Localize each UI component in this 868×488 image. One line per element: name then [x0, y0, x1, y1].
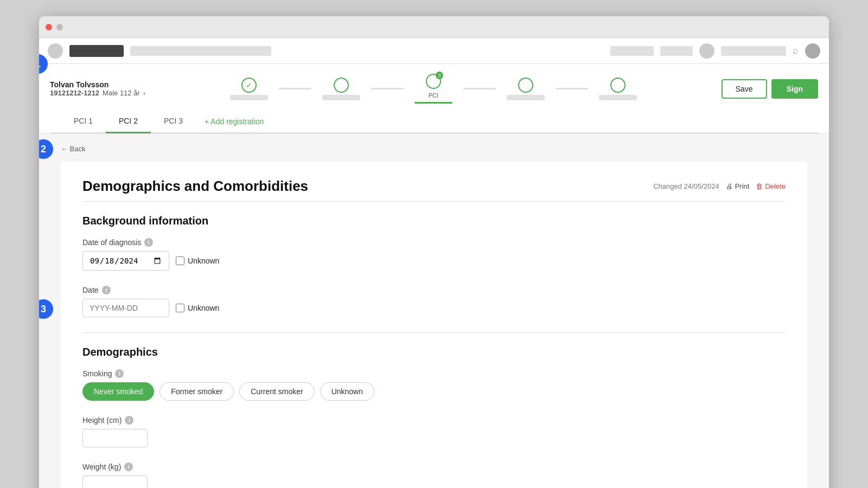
search-icon[interactable]: ⌕	[793, 45, 799, 56]
step-3-badge: 3	[436, 72, 443, 79]
step-3-label: PCI	[429, 92, 438, 99]
height-group: Height (cm) i	[82, 416, 786, 447]
weight-input[interactable]	[82, 476, 148, 488]
step-line-3	[463, 88, 496, 89]
delete-button[interactable]: 🗑 Delete	[756, 182, 786, 190]
title-actions: Changed 24/05/2024 🖨 Print 🗑 Delete	[653, 182, 786, 190]
step-5	[588, 78, 648, 100]
weight-info-icon[interactable]: i	[124, 463, 133, 471]
close-dot[interactable]	[46, 24, 52, 30]
nav-breadcrumb	[130, 46, 271, 56]
changed-timestamp: Changed 24/05/2024	[653, 182, 719, 190]
step-1-circle: ✓	[241, 78, 257, 93]
smoking-option-former[interactable]: Former smoker	[159, 382, 234, 401]
height-input[interactable]	[82, 429, 148, 447]
step-1-label	[230, 95, 268, 100]
step-5-circle	[610, 78, 626, 93]
patient-gender-age: Male 112 år	[103, 89, 140, 97]
print-icon: 🖨	[726, 182, 733, 190]
title-divider	[82, 201, 786, 202]
date-of-diagnosis-group: Date of diagnosis i Unknown	[82, 238, 786, 271]
weight-label: Weight (kg) i	[82, 463, 786, 471]
smoking-group: Smoking i Never smoked Former smoker Cur…	[82, 369, 786, 401]
date-of-diagnosis-unknown-label: Unknown	[176, 256, 219, 265]
page-title-row: Demographics and Comorbidities Changed 2…	[82, 178, 786, 195]
delete-icon: 🗑	[756, 182, 763, 190]
date-info-icon[interactable]: i	[102, 286, 111, 294]
step-1: ✓	[219, 78, 279, 100]
weight-group: Weight (kg) i	[82, 463, 786, 488]
sub-tabs: 4 PCI 1 PCI 2 PCI 3 + Add registration	[50, 110, 818, 133]
smoking-option-unknown[interactable]: Unknown	[320, 382, 374, 401]
nav-user-avatar	[699, 43, 714, 59]
date-row: Unknown	[82, 299, 786, 317]
workflow-steps: ✓ 3 PCI	[145, 74, 722, 104]
step-2-label	[322, 95, 360, 100]
step-3-pci: 3 PCI	[404, 74, 463, 104]
step-line-4	[556, 88, 588, 89]
form-container: Demographics and Comorbidities Changed 2…	[61, 162, 807, 488]
tab-pci2[interactable]: PCI 2	[106, 110, 151, 133]
main-content: 2 3 ← Back Demographics and Comorbiditie…	[39, 134, 829, 488]
print-label: Print	[735, 182, 750, 190]
save-button[interactable]: Save	[722, 79, 767, 99]
print-button[interactable]: 🖨 Print	[726, 182, 750, 190]
height-info-icon[interactable]: i	[125, 416, 133, 425]
delete-label: Delete	[765, 182, 786, 190]
step-4-circle	[518, 78, 533, 93]
smoking-label: Smoking i	[82, 369, 786, 378]
date-of-diagnosis-label: Date of diagnosis i	[82, 238, 786, 247]
nav-bar: ⌕	[39, 38, 829, 64]
date-group: Date i Unknown	[82, 286, 786, 317]
smoking-option-current[interactable]: Current smoker	[239, 382, 314, 401]
patient-header: 1 Tolvan Tolvsson 19121212-1212 Male 112…	[39, 64, 829, 134]
sign-button[interactable]: Sign	[771, 79, 818, 99]
smoking-options: Never smoked Former smoker Current smoke…	[82, 382, 786, 401]
patient-id: 19121212-1212	[50, 89, 99, 97]
date-of-diagnosis-row: Unknown	[82, 251, 786, 271]
step-4	[496, 78, 556, 100]
header-actions: Save Sign	[722, 79, 818, 99]
step-4-label	[507, 95, 545, 100]
step-2-circle	[334, 78, 349, 93]
minimize-dot[interactable]	[56, 24, 63, 30]
step-line-1	[279, 88, 311, 89]
step-2	[311, 78, 371, 100]
add-registration-button[interactable]: + Add registration	[196, 111, 272, 132]
tab-pci1[interactable]: PCI 1	[61, 110, 106, 133]
patient-id-row: 19121212-1212 Male 112 år ›	[50, 89, 145, 97]
nav-right-item1	[610, 46, 654, 56]
section-divider-demographics	[82, 332, 786, 333]
nav-title	[69, 45, 124, 57]
user-menu-icon[interactable]	[805, 43, 820, 59]
annotation-3: 3	[39, 299, 53, 319]
nav-user-name	[721, 46, 786, 56]
date-input[interactable]	[82, 299, 169, 317]
smoking-option-never[interactable]: Never smoked	[82, 382, 154, 401]
date-of-diagnosis-info-icon[interactable]: i	[144, 238, 153, 247]
title-bar	[39, 16, 829, 38]
back-link[interactable]: ← Back	[61, 145, 807, 153]
patient-name: Tolvan Tolvsson	[50, 80, 145, 89]
patient-info: Tolvan Tolvsson 19121212-1212 Male 112 å…	[50, 80, 145, 97]
date-of-diagnosis-input[interactable]	[82, 251, 169, 271]
background-section-title: Background information	[82, 215, 786, 227]
step-5-label	[599, 95, 637, 100]
nav-avatar	[48, 43, 63, 59]
demographics-section-title: Demographics	[82, 346, 786, 358]
nav-right-item2	[660, 46, 693, 56]
step-3-circle: 3	[426, 74, 441, 89]
height-label: Height (cm) i	[82, 416, 786, 425]
date-unknown-checkbox[interactable]	[176, 304, 184, 312]
tab-pci3[interactable]: PCI 3	[151, 110, 196, 133]
date-of-diagnosis-unknown-checkbox[interactable]	[176, 256, 184, 265]
date-unknown-label: Unknown	[176, 304, 219, 312]
date-label: Date i	[82, 286, 786, 294]
step-line-2	[371, 88, 404, 89]
smoking-info-icon[interactable]: i	[115, 369, 124, 378]
step-1-checkmark: ✓	[246, 81, 252, 89]
step-3-active-bar	[414, 102, 452, 104]
page-title: Demographics and Comorbidities	[82, 178, 308, 195]
annotation-2: 2	[39, 139, 53, 159]
